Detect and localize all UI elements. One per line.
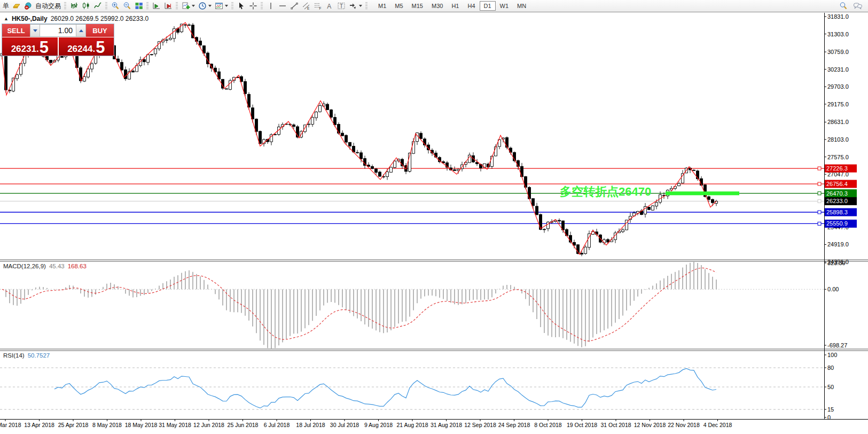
svg-text:100: 100	[827, 352, 837, 358]
new-chart-icon[interactable]	[180, 1, 191, 11]
toolbar-grip	[261, 2, 263, 10]
chart-title-row: ▲ HK50-,Daily 26029.0 26269.5 25992.0 26…	[4, 15, 148, 22]
macd-axis[interactable]: 323.390.00-698.27	[824, 260, 847, 348]
one-click-trading-panel: SELL 1.00 BUY 26231. 5 26244. 5	[2, 24, 114, 56]
svg-text:28631.0: 28631.0	[827, 119, 849, 125]
shapes-dropdown-icon[interactable]	[359, 5, 362, 7]
price-badge: 26470.3	[825, 189, 857, 197]
sell-button[interactable]: SELL	[2, 24, 30, 37]
terminal-window: 多空转折点2647031831.031303.030759.030231.029…	[0, 0, 868, 434]
equidistant-channel-icon[interactable]: E	[300, 1, 311, 11]
toolbar-grip	[365, 2, 367, 10]
bars-chart-icon[interactable]	[68, 1, 80, 11]
new-chart-dropdown-icon[interactable]	[192, 5, 195, 7]
svg-text:9 Aug 2018: 9 Aug 2018	[364, 422, 393, 428]
green-support-bar[interactable]	[666, 191, 739, 195]
svg-text:27575.0: 27575.0	[827, 154, 849, 160]
timeframe-toolbar: M1M5M15M30H1H4D1W1MN	[374, 1, 530, 11]
volume-increase-button[interactable]	[76, 25, 86, 36]
sell-price-main: 26231.	[11, 44, 39, 55]
collapse-trade-panel-icon[interactable]: ▲	[4, 16, 9, 21]
templates-dropdown-icon[interactable]	[225, 5, 228, 7]
tile-windows-icon[interactable]	[133, 1, 144, 11]
macd-name: MACD(12,26,9)	[3, 263, 46, 269]
cursor-icon[interactable]	[236, 1, 247, 11]
new-order-button[interactable]: 单	[2, 2, 10, 11]
svg-text:29 Mar 2018: 29 Mar 2018	[0, 422, 21, 428]
buy-price-display[interactable]: 26244. 5	[59, 37, 114, 56]
tf-button-m15[interactable]: M15	[408, 1, 427, 11]
svg-text:29703.0: 29703.0	[827, 83, 849, 90]
toolbar-grip	[64, 2, 66, 10]
text-icon[interactable]: A	[324, 1, 335, 11]
svg-text:19 Oct 2018: 19 Oct 2018	[567, 422, 597, 428]
svg-text:18 May 2018: 18 May 2018	[125, 422, 158, 428]
sell-price-big-digit: 5	[40, 41, 49, 55]
volume-box: 1.00	[30, 24, 86, 37]
tf-button-w1[interactable]: W1	[496, 1, 513, 11]
fibonacci-icon[interactable]: F	[312, 1, 323, 11]
svg-text:13 Apr 2018: 13 Apr 2018	[24, 422, 54, 428]
panel-separators[interactable]	[0, 260, 868, 351]
zoom-in-icon[interactable]	[110, 1, 121, 11]
chart-annotation-text[interactable]: 多空转折点26470	[560, 185, 651, 198]
svg-text:31 May 2018: 31 May 2018	[159, 422, 191, 428]
tf-button-m30[interactable]: M30	[427, 1, 447, 11]
date-axis[interactable]: 29 Mar 201813 Apr 201825 Apr 20188 May 2…	[0, 419, 868, 428]
periods-dropdown-icon[interactable]	[208, 5, 212, 7]
line-chart-icon[interactable]	[92, 1, 103, 11]
zoom-out-icon[interactable]	[121, 1, 132, 11]
trendline-icon[interactable]	[288, 1, 300, 11]
svg-text:323.39: 323.39	[827, 260, 846, 266]
svg-text:-698.27: -698.27	[827, 342, 847, 348]
svg-text:18 Jul 2018: 18 Jul 2018	[296, 422, 325, 428]
svg-text:26233.0: 26233.0	[826, 198, 848, 204]
svg-text:T: T	[340, 3, 343, 9]
macd-signal-line	[2, 268, 716, 341]
periods-icon[interactable]	[197, 1, 208, 11]
chart-shift-icon[interactable]	[162, 1, 174, 11]
price-badge: 25898.3	[825, 208, 857, 216]
tf-button-h4[interactable]: H4	[463, 1, 479, 11]
chat-icon[interactable]	[852, 1, 863, 11]
text-label-icon[interactable]: T	[335, 1, 347, 11]
svg-text:29175.0: 29175.0	[827, 101, 849, 107]
buy-price-main: 26244.	[67, 44, 95, 55]
candlestick-chart-icon[interactable]	[80, 1, 91, 11]
crosshair-icon[interactable]	[247, 1, 259, 11]
auto-scroll-icon[interactable]	[151, 1, 162, 11]
templates-icon[interactable]	[213, 1, 224, 11]
rsi-axis[interactable]: 1008050150	[824, 352, 837, 421]
auto-trading-icon[interactable]	[22, 1, 34, 11]
rsi-name: RSI(14)	[3, 352, 25, 359]
tf-button-m1[interactable]: M1	[374, 1, 390, 11]
shapes-arrows-icon[interactable]	[347, 1, 358, 11]
svg-text:25 Jun 2018: 25 Jun 2018	[228, 422, 259, 428]
tf-button-d1[interactable]: D1	[480, 1, 496, 11]
svg-text:F: F	[319, 6, 321, 10]
volume-decrease-button[interactable]	[30, 25, 40, 36]
svg-text:21 Aug 2018: 21 Aug 2018	[397, 422, 428, 428]
chart-canvas[interactable]: 多空转折点2647031831.031303.030759.030231.029…	[0, 0, 868, 434]
volume-input[interactable]: 1.00	[40, 25, 76, 36]
level-lines[interactable]	[0, 167, 824, 225]
buy-button[interactable]: BUY	[86, 24, 114, 37]
svg-text:6 Jul 2018: 6 Jul 2018	[264, 422, 290, 428]
toolbar-grip	[146, 2, 148, 10]
vertical-line-icon[interactable]	[265, 1, 276, 11]
tf-button-m5[interactable]: M5	[390, 1, 407, 11]
sell-price-display[interactable]: 26231. 5	[2, 37, 58, 56]
new-order-icon[interactable]	[11, 1, 22, 11]
horizontal-line-icon[interactable]	[277, 1, 288, 11]
svg-text:25550.9: 25550.9	[826, 220, 848, 227]
search-icon[interactable]	[838, 1, 849, 11]
tf-button-h1[interactable]: H1	[447, 1, 463, 11]
rsi-indicator-label: RSI(14)50.7527	[3, 352, 50, 359]
price-badge: 25550.9	[825, 220, 857, 228]
auto-trading-button[interactable]: 自动交易	[34, 2, 62, 11]
toolbar-grip	[231, 2, 233, 10]
arrow-up-icon	[79, 29, 83, 32]
tf-button-mn[interactable]: MN	[513, 1, 530, 11]
svg-text:26470.3: 26470.3	[826, 190, 848, 197]
svg-text:8 Oct 2018: 8 Oct 2018	[534, 422, 562, 428]
